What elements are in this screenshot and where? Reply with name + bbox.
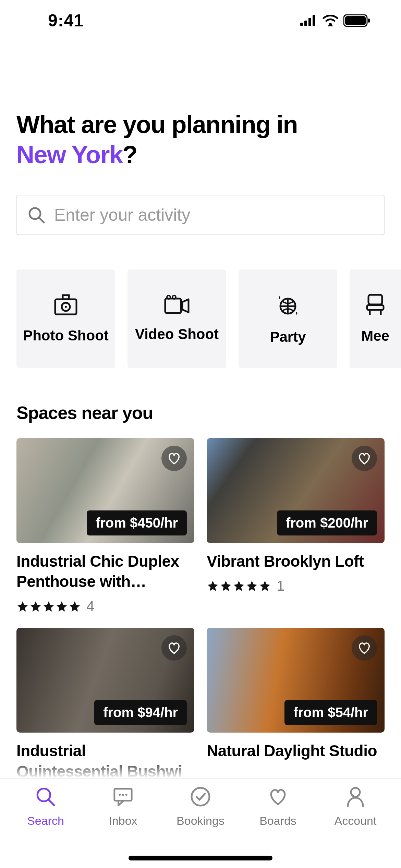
status-time: 9:41 [48,11,84,31]
svg-point-16 [167,296,170,299]
chair-icon [366,293,385,317]
cellular-icon [300,15,317,26]
space-image[interactable]: from $94/hr [16,628,194,733]
svg-marker-26 [118,801,124,806]
near-you-title: Spaces near you [16,402,385,423]
rating-row: 1 [207,578,385,594]
price-badge: from $94/hr [94,700,187,725]
svg-rect-2 [308,18,311,26]
category-meeting[interactable]: Mee [350,269,401,368]
battery-icon [343,14,370,27]
favorite-button[interactable] [352,635,377,661]
heart-icon [267,786,289,809]
favorite-button[interactable] [161,635,187,661]
tab-label: Search [27,814,64,828]
search-field[interactable] [16,195,385,235]
tab-inbox[interactable]: Inbox [84,786,162,847]
category-label: Mee [361,328,389,344]
star-icons [207,580,271,592]
wifi-icon [322,15,339,26]
search-input[interactable] [54,205,374,225]
disco-icon [275,292,301,318]
svg-rect-19 [368,295,382,304]
svg-rect-1 [304,21,307,26]
rating-count: 1 [277,578,284,594]
user-icon [345,786,366,809]
svg-point-4 [329,23,332,26]
space-card[interactable]: from $200/hr Vibrant Brooklyn Loft 1 [207,438,385,615]
tab-label: Bookings [177,814,224,828]
heading-suffix: ? [122,141,137,168]
svg-point-31 [351,788,360,797]
svg-rect-14 [165,299,181,313]
camera-icon [54,294,78,317]
page-heading: What are you planning in New York? [16,110,385,170]
home-indicator [129,856,272,860]
space-image[interactable]: from $200/hr [207,438,385,543]
svg-point-28 [122,794,124,796]
spaces-grid: from $450/hr Industrial Chic Duplex Pent… [16,438,385,782]
category-label: Video Shoot [135,326,219,342]
search-icon [27,206,45,224]
space-title: Industrial Chic Duplex Penthouse with Ab… [16,551,194,592]
svg-rect-7 [368,19,370,23]
search-icon [35,786,56,809]
category-video-shoot[interactable]: Video Shoot [127,269,226,368]
tab-label: Inbox [109,814,137,828]
favorite-button[interactable] [352,446,377,471]
tab-boards[interactable]: Boards [239,786,317,847]
category-party[interactable]: Party [239,269,337,368]
tab-bar: Search Inbox Bookings Boards Account [0,778,401,868]
svg-point-29 [125,794,127,796]
price-badge: from $450/hr [87,510,187,535]
category-row[interactable]: Photo Shoot Video Shoot Party Mee [16,269,401,368]
svg-rect-11 [63,295,69,299]
svg-point-13 [65,306,67,308]
tab-label: Account [335,814,377,828]
price-badge: from $54/hr [284,700,377,725]
space-image[interactable]: from $450/hr [16,438,194,543]
space-image[interactable]: from $54/hr [207,628,385,733]
category-label: Party [270,329,306,345]
category-photo-shoot[interactable]: Photo Shoot [16,269,115,368]
heading-location[interactable]: New York [16,141,122,168]
tab-account[interactable]: Account [317,786,394,847]
svg-rect-6 [345,16,366,25]
video-icon [164,295,190,316]
category-label: Photo Shoot [23,327,109,344]
status-indicator-group [300,14,370,27]
content-fade [0,758,401,778]
tab-label: Boards [259,814,296,828]
svg-point-17 [172,296,176,299]
rating-count: 4 [86,598,94,615]
svg-rect-20 [367,305,384,310]
favorite-button[interactable] [161,446,187,471]
price-badge: from $200/hr [277,510,377,535]
svg-point-27 [119,794,121,796]
tab-bookings[interactable]: Bookings [162,786,239,847]
chat-icon [112,786,134,809]
heading-prefix: What are you planning in [16,111,297,138]
svg-rect-0 [300,23,303,26]
status-bar: 9:41 [0,0,401,41]
svg-line-9 [39,218,44,222]
star-icons [16,600,81,613]
space-card[interactable]: from $450/hr Industrial Chic Duplex Pent… [16,438,194,615]
svg-rect-3 [313,15,315,26]
tab-search[interactable]: Search [7,786,84,847]
space-title: Vibrant Brooklyn Loft [207,551,385,572]
svg-line-24 [49,800,54,805]
svg-point-30 [192,788,209,806]
svg-marker-15 [182,299,189,312]
check-icon [190,786,211,809]
rating-row: 4 [16,598,194,615]
